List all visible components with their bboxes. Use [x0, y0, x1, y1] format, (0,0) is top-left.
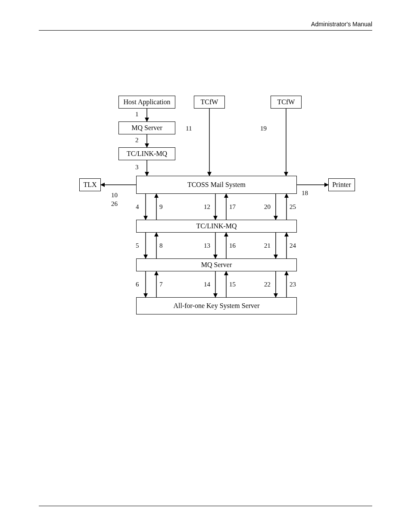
label-22: 22 [264, 281, 271, 288]
label-11: 11 [186, 125, 192, 132]
label-17: 17 [229, 203, 236, 211]
label-25: 25 [290, 203, 296, 211]
arrows-svg [0, 0, 411, 532]
label-7: 7 [159, 281, 163, 288]
diagram-container: Host Application TCfW TCfW MQ Server TC/… [0, 0, 411, 532]
footer-rule [39, 506, 372, 506]
label-15: 15 [229, 281, 236, 288]
label-1: 1 [135, 111, 139, 118]
label-10: 10 [111, 192, 118, 199]
label-4: 4 [136, 203, 139, 211]
label-5: 5 [136, 242, 139, 249]
label-8: 8 [159, 242, 163, 249]
label-14: 14 [204, 281, 210, 288]
label-24: 24 [290, 242, 296, 249]
label-23: 23 [290, 281, 296, 288]
label-3: 3 [135, 164, 139, 171]
label-9: 9 [159, 203, 163, 211]
label-13: 13 [204, 242, 210, 249]
label-6: 6 [136, 281, 139, 288]
label-20: 20 [264, 203, 271, 211]
label-16: 16 [229, 242, 236, 249]
page: Administrator's Manual Host Application … [0, 0, 411, 532]
label-2: 2 [135, 137, 139, 144]
label-12: 12 [204, 203, 210, 211]
label-21: 21 [264, 242, 271, 249]
label-18: 18 [302, 190, 308, 197]
label-19: 19 [260, 125, 267, 132]
label-26: 26 [111, 200, 118, 208]
